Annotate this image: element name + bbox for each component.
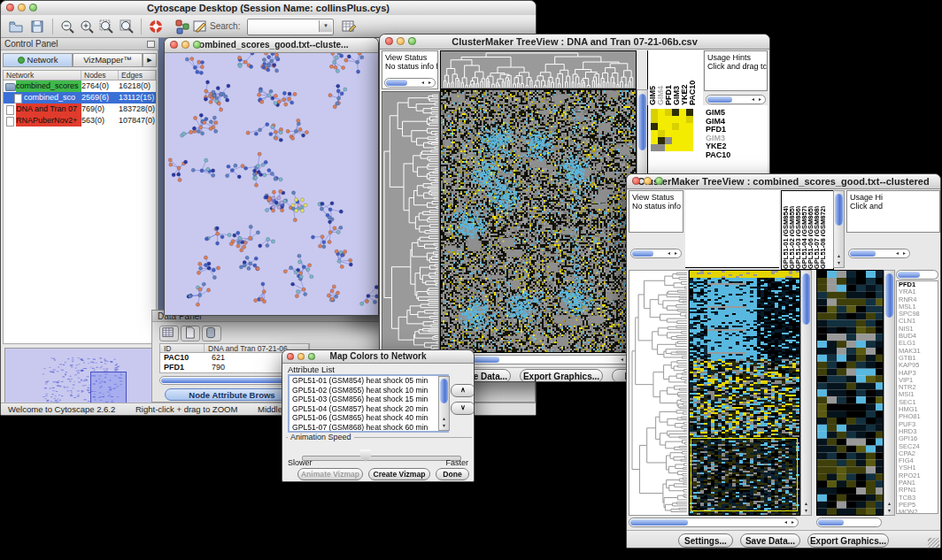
usage-scrollbar[interactable]: ◂ ▸ (848, 249, 910, 258)
move-up-button[interactable]: ∧ (451, 384, 475, 397)
column-tree-area[interactable] (685, 190, 779, 268)
attribute-list-scrollbar[interactable]: ▴ ▾ (438, 376, 450, 431)
column-label[interactable]: GPL51-01 (GSM854) (782, 191, 788, 269)
column-label[interactable]: GPL51-07 (GSM868) (813, 191, 819, 269)
main-title-bar[interactable]: Cytoscape Desktop (Session Name: collins… (1, 1, 536, 16)
bottom-hscrollbar[interactable]: ◂ ▸ (629, 518, 799, 527)
column-label[interactable]: GPL51-04 (GSM857) (800, 191, 807, 269)
zoom-in-icon[interactable] (79, 19, 95, 35)
zoom-button[interactable] (408, 37, 416, 45)
scroll-up-icon[interactable]: ▴ (801, 500, 811, 507)
network-table-row[interactable]: combined_sco2569(6)13112(15) (4, 92, 156, 104)
tab-network[interactable]: Network (3, 53, 73, 67)
scroll-right-icon[interactable]: ▸ (789, 518, 797, 526)
scroll-down-icon[interactable]: ▾ (801, 507, 811, 514)
network1-title-bar[interactable]: combined_scores_good.txt--cluste... (165, 38, 378, 53)
new-attribute-icon[interactable] (181, 326, 200, 341)
column-labels-scrollbar[interactable]: ▴ ▾ (833, 190, 845, 268)
zoom-selected-icon[interactable] (119, 19, 135, 35)
close-button[interactable] (385, 37, 393, 45)
scrollbar-thumb[interactable] (638, 94, 646, 150)
scrollbar-thumb[interactable] (802, 273, 810, 325)
column-label[interactable]: PAC10 (688, 50, 696, 105)
create-vizmap-button[interactable]: Create Vizmap (368, 468, 430, 480)
column-label[interactable]: GPL51-06 (GSM865) (807, 191, 813, 269)
column-label[interactable]: GIM5 (648, 50, 656, 105)
scroll-up-icon[interactable]: ▴ (834, 252, 844, 259)
zoom-button[interactable] (193, 41, 201, 49)
help-lifesaver-icon[interactable] (148, 19, 164, 35)
minimize-button[interactable] (644, 177, 652, 185)
scrollbar-thumb[interactable] (632, 250, 653, 257)
zoom-fit-icon[interactable] (98, 19, 114, 35)
attribute-list-item[interactable]: GPL51-07 (GSM868) heat shock 60 min (290, 423, 447, 433)
delete-attribute-icon[interactable] (202, 326, 221, 341)
minimize-button[interactable] (297, 353, 305, 360)
save-data-button[interactable]: Save Data... (740, 533, 800, 548)
table-edit-icon[interactable] (341, 19, 357, 35)
gene-label[interactable]: MON2 (899, 509, 938, 514)
scrollbar-thumb[interactable] (850, 250, 876, 257)
move-down-button[interactable]: ∨ (451, 402, 475, 415)
resize-grip[interactable] (928, 538, 939, 548)
annotation-icon[interactable] (192, 19, 208, 35)
zoom-button[interactable] (29, 4, 37, 12)
network-view-1[interactable] (165, 53, 378, 316)
scroll-right-icon[interactable]: ▸ (756, 96, 764, 104)
column-dendrogram[interactable] (440, 50, 637, 89)
minimize-button[interactable] (397, 37, 405, 45)
scroll-down-icon[interactable]: ▾ (834, 259, 844, 266)
treeview1-title-bar[interactable]: ClusterMaker TreeView : DNA and Tran 07-… (380, 35, 769, 50)
scroll-right-icon[interactable]: ▸ (426, 79, 434, 87)
close-button[interactable] (287, 353, 294, 360)
dialog-title-bar[interactable]: Map Colors to Network (282, 350, 474, 364)
search-input[interactable]: ▼ (247, 19, 334, 35)
network-table-row[interactable]: combined_scores2764(0)16218(0) (4, 81, 156, 92)
network-table-row[interactable]: RNAPuberNov2+563(0)107847(0) (4, 115, 156, 127)
search-dropdown-icon[interactable]: ▼ (319, 20, 332, 32)
attribute-list-item[interactable]: GPL51-02 (GSM855) heat shock 10 min (290, 386, 447, 395)
attribute-list-item[interactable]: GPL51-03 (GSM856) heat shock 15 min (290, 395, 447, 404)
treeview2-title-bar[interactable]: ClusterMaker TreeView : combined_scores_… (627, 174, 940, 189)
attribute-list-item[interactable]: GPL51-04 (GSM857) heat shock 20 min (290, 404, 447, 414)
minimize-button[interactable] (18, 4, 26, 12)
column-label[interactable]: PFD1 (664, 50, 672, 105)
zoom-out-icon[interactable] (59, 19, 75, 35)
scrollbar-thumb[interactable] (386, 80, 407, 86)
attribute-list-item[interactable]: GPL51-01 (GSM854) heat shock 05 min (290, 376, 447, 386)
zoom-button[interactable] (308, 353, 315, 360)
zoom-button[interactable] (655, 177, 663, 185)
animate-vizmap-button[interactable]: Animate Vizmap (297, 468, 363, 480)
close-button[interactable] (632, 177, 640, 185)
detail-hscrollbar[interactable] (816, 518, 882, 527)
tab-overflow-button[interactable]: ▶ (143, 53, 157, 67)
scroll-down-icon[interactable]: ▾ (439, 422, 449, 429)
scrollbar-thumb[interactable] (818, 519, 844, 525)
open-file-icon[interactable] (8, 19, 24, 35)
scrollbar-thumb[interactable] (885, 273, 893, 318)
similarity-matrix[interactable] (651, 109, 693, 151)
save-icon[interactable] (29, 19, 45, 35)
float-panel-icon[interactable] (147, 41, 155, 48)
scroll-up-icon[interactable]: ▴ (884, 500, 894, 507)
column-label[interactable]: YKE2 (680, 50, 688, 105)
node-attribute-browser-tab[interactable]: Node Attribute Brows (165, 388, 299, 401)
scroll-up-icon[interactable]: ▴ (439, 415, 449, 422)
column-label[interactable]: GIM4 (656, 50, 664, 105)
vizmap-graph-icon[interactable] (174, 19, 190, 35)
tab-vizmapper[interactable]: VizMapper™ (73, 53, 143, 67)
heatmap[interactable] (689, 270, 800, 516)
scroll-down-icon[interactable]: ▾ (884, 507, 894, 514)
column-label[interactable]: GIM3 (672, 50, 680, 105)
network-table-row[interactable]: DNA and Tran 07769(0)183728(0) (4, 104, 156, 115)
gene-list-hscrollbar[interactable] (896, 270, 938, 280)
heatmap[interactable] (440, 89, 637, 353)
close-button[interactable] (6, 4, 14, 12)
export-graphics-button[interactable]: Export Graphics... (520, 369, 603, 382)
usage-scrollbar[interactable]: ◂ ▸ (706, 95, 766, 104)
attribute-list-item[interactable]: GPL51-06 (GSM865) heat shock 40 min (290, 413, 447, 423)
column-label[interactable]: GPL51-08 (GSM872) (819, 191, 825, 269)
row-dendrogram[interactable] (629, 270, 689, 516)
attribute-select-icon[interactable] (159, 326, 179, 341)
matrix-row-label[interactable]: PAC10 (706, 151, 768, 160)
